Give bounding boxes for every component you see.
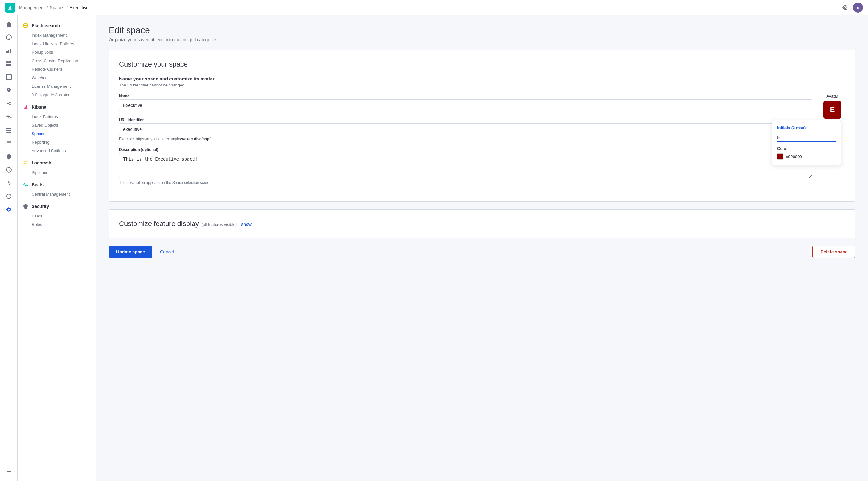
svg-rect-17 <box>23 162 28 162</box>
desc-hint: The description appears on the Space sel… <box>119 181 812 185</box>
leftnav-item-saved-objects[interactable]: Saved Objects <box>18 121 96 129</box>
svg-rect-6 <box>6 64 8 66</box>
svg-rect-19 <box>23 163 26 164</box>
leftnav-item-pipelines[interactable]: Pipelines <box>18 168 96 177</box>
sidebar-icon-discover[interactable] <box>2 31 15 43</box>
leftnav-section-security: Security Users Roles <box>18 201 96 229</box>
leftnav-item-watcher[interactable]: Watcher <box>18 73 96 82</box>
form-section-title: Name your space and customize its avatar… <box>119 76 845 82</box>
form-section-sub: The url identifier cannot be changed. <box>119 83 845 88</box>
leftnav-item-remote-clusters[interactable]: Remote Clusters <box>18 65 96 73</box>
sidebar-icon-dashboard[interactable] <box>2 58 15 70</box>
leftnav-item-advanced-settings[interactable]: Advanced Settings <box>18 147 96 155</box>
leftnav-section-elasticsearch: Elasticsearch Index Management Index Lif… <box>18 20 96 99</box>
leftnav-item-index-patterns[interactable]: Index Patterns <box>18 113 96 121</box>
bottom-bar: Update space Cancel Delete space <box>108 246 856 258</box>
svg-rect-1 <box>6 51 7 53</box>
beats-icon <box>23 182 28 188</box>
url-hint: Example: https://my-kibana.example/s/exe… <box>119 137 812 141</box>
breadcrumb-current: Executive <box>69 5 89 10</box>
kibana-nav-icon <box>23 104 28 110</box>
logstash-icon <box>23 160 28 166</box>
security-label: Security <box>32 204 49 209</box>
svg-rect-13 <box>6 130 11 131</box>
svg-rect-14 <box>6 132 11 133</box>
leftnav-item-upgrade-assistant[interactable]: 9.0 Upgrade Assistant <box>18 91 96 99</box>
sidebar-icon-logs[interactable] <box>2 137 15 150</box>
desc-label: Description (optional) <box>119 148 812 152</box>
avatar-container: E Initials (2 max) Color #920000 <box>824 101 841 119</box>
leftnav-item-spaces[interactable]: Spaces <box>18 129 96 138</box>
leftnav-item-reporting[interactable]: Reporting <box>18 138 96 147</box>
sidebar-icon-visualize[interactable] <box>2 44 15 57</box>
feature-show-link[interactable]: show <box>241 222 252 227</box>
leftnav-section-logstash: Logstash Pipelines <box>18 158 96 177</box>
svg-rect-12 <box>6 128 11 129</box>
sidebar-icon-maps[interactable] <box>2 84 15 97</box>
color-label: Color <box>777 146 836 151</box>
sidebar-icon-infra[interactable] <box>2 124 15 136</box>
leftnav-item-cross-cluster[interactable]: Cross-Cluster Replication <box>18 57 96 65</box>
feature-subtitle: (all features visible) <box>202 222 237 227</box>
sidebar-icon-monitoring[interactable] <box>2 190 15 203</box>
svg-rect-5 <box>9 61 11 63</box>
sidebar-icon-ml[interactable] <box>2 97 15 110</box>
name-field-wrap: Name URL identifier Example: https://my-… <box>119 94 812 191</box>
leftnav-item-roles[interactable]: Roles <box>18 220 96 229</box>
leftnav-item-index-management[interactable]: Index Management <box>18 31 96 39</box>
leftnav-item-rollup-jobs[interactable]: Rollup Jobs <box>18 48 96 57</box>
user-avatar[interactable]: e <box>853 2 863 12</box>
leftnav-section-header-security: Security <box>18 201 96 212</box>
topnav-right: e <box>840 2 863 12</box>
leftnav-item-license-management[interactable]: License Management <box>18 82 96 91</box>
breadcrumb-management[interactable]: Management <box>19 5 45 10</box>
name-field-group: Name <box>119 94 812 111</box>
sidebar-icon-home[interactable] <box>2 18 15 30</box>
sidebar-icon-collapse[interactable] <box>2 465 15 478</box>
sidebar-icon-uptime[interactable] <box>2 163 15 176</box>
desc-textarea[interactable]: This is the Executive space! <box>119 153 812 178</box>
feature-title-row: Customize feature display (all features … <box>119 220 845 228</box>
leftnav-item-users[interactable]: Users <box>18 212 96 220</box>
sidebar-icon-management[interactable] <box>2 203 15 216</box>
initials-popover-title: Initials (2 max) <box>777 125 836 130</box>
leftnav-item-index-lifecycle[interactable]: Index Lifecycle Policies <box>18 39 96 48</box>
initials-input[interactable] <box>777 133 836 142</box>
sidebar-icon-canvas[interactable] <box>2 71 15 83</box>
sidebar-icon-siem[interactable] <box>2 150 15 163</box>
avatar-wrap: Avatar E Initials (2 max) Color #920000 <box>820 94 845 119</box>
url-input[interactable] <box>119 123 812 135</box>
feature-card-title: Customize feature display <box>119 220 199 228</box>
svg-rect-18 <box>23 163 28 163</box>
svg-rect-7 <box>9 64 11 66</box>
sidebar-icon-devtools[interactable] <box>2 177 15 189</box>
leftnav-item-central-management[interactable]: Central Management <box>18 190 96 198</box>
color-swatch[interactable] <box>777 153 783 160</box>
kibana-logo[interactable] <box>5 2 15 12</box>
leftnav-section-header-logstash: Logstash <box>18 158 96 168</box>
icon-sidebar <box>0 15 18 481</box>
delete-space-button[interactable]: Delete space <box>812 246 856 258</box>
desc-field-group: Description (optional) This is the Execu… <box>119 148 812 185</box>
svg-rect-4 <box>6 61 8 63</box>
beats-label: Beats <box>32 182 43 187</box>
svg-point-9 <box>7 103 8 104</box>
svg-rect-3 <box>10 49 11 53</box>
update-space-button[interactable]: Update space <box>108 246 152 258</box>
leftnav: Elasticsearch Index Management Index Lif… <box>18 15 96 481</box>
leftnav-section-header-kibana: Kibana <box>18 102 96 113</box>
name-label: Name <box>119 94 812 98</box>
avatar-circle[interactable]: E <box>824 101 841 119</box>
name-input[interactable] <box>119 99 812 111</box>
color-hex: #920000 <box>786 154 802 159</box>
security-nav-icon <box>23 203 28 209</box>
settings-icon-btn[interactable] <box>840 2 850 12</box>
sidebar-icon-apm[interactable] <box>2 110 15 123</box>
cancel-button[interactable]: Cancel <box>157 246 177 258</box>
svg-point-10 <box>9 102 11 103</box>
breadcrumb-spaces[interactable]: Spaces <box>50 5 65 10</box>
main-content: Edit space Organize your saved objects i… <box>96 15 868 481</box>
breadcrumb: Management / Spaces / Executive <box>19 5 89 10</box>
color-row: #920000 <box>777 153 836 160</box>
topnav: Management / Spaces / Executive e <box>0 0 868 15</box>
